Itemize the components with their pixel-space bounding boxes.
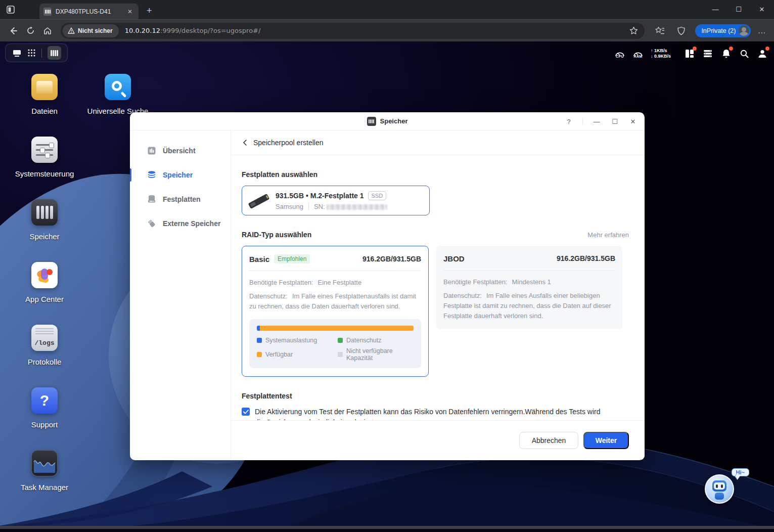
sidebar-item-label: Übersicht bbox=[163, 147, 196, 155]
desktop-icon-speicher[interactable]: Speicher bbox=[13, 199, 76, 241]
sidebar-item-festplatten[interactable]: Festplatten bbox=[130, 187, 231, 211]
tab-actions-icon[interactable] bbox=[6, 5, 15, 14]
widgets-notification-dot bbox=[693, 47, 697, 51]
desktop-icon-label: Task Manager bbox=[13, 483, 76, 492]
learn-more-link[interactable]: Mehr erfahren bbox=[587, 231, 629, 239]
assistant-widget[interactable]: Hi~ bbox=[705, 474, 735, 505]
favorite-star-icon[interactable] bbox=[626, 24, 641, 38]
site-security-chip[interactable]: Nicht sicher bbox=[63, 24, 119, 37]
overview-icon bbox=[147, 146, 156, 155]
new-tab-button[interactable]: + bbox=[147, 6, 152, 16]
capacity-bar-segment bbox=[260, 326, 414, 331]
cancel-button[interactable]: Abbrechen bbox=[519, 432, 578, 449]
toolbar-right: InPrivate (2) ... bbox=[653, 24, 768, 38]
tab-close-icon[interactable]: ✕ bbox=[125, 7, 134, 16]
dock-separator bbox=[41, 49, 42, 58]
active-indicator bbox=[130, 168, 131, 182]
home-icon[interactable] bbox=[40, 24, 55, 38]
support-icon: ? bbox=[31, 387, 58, 414]
desktop-icon-app-center[interactable]: App Center bbox=[13, 262, 76, 303]
raid-card-basic[interactable]: Basic Empfohlen 916.2GB/931.5GB Benötigt… bbox=[242, 246, 429, 377]
network-speed: ↑ 1KB/s ↓ 0.9KB/s bbox=[651, 48, 671, 59]
sidebar-item-externe-speicher[interactable]: Externe Speicher bbox=[130, 211, 231, 236]
desktop-icon-universelle-suche[interactable]: Universelle Suche bbox=[86, 74, 149, 115]
speicher-app-taskbar-icon[interactable] bbox=[48, 46, 61, 60]
raid-card-jbod[interactable]: JBOD 916.2GB/931.5GB Benötigte Festplatt… bbox=[436, 246, 622, 329]
search-icon[interactable] bbox=[739, 48, 750, 59]
dialog-controls-separator bbox=[582, 118, 583, 125]
capacity-legend-box: Systemauslastung Datenschutz Verfügbar N… bbox=[249, 319, 421, 368]
notifications-bell-icon[interactable] bbox=[720, 48, 732, 59]
reload-icon[interactable] bbox=[23, 24, 37, 38]
disk-title: 931.5GB • M.2-Festplatte 1 bbox=[276, 192, 364, 200]
files-icon bbox=[31, 74, 58, 100]
user-notification-dot bbox=[765, 47, 769, 51]
wizard-header: Speicherpool erstellen bbox=[231, 130, 645, 155]
raid-name: Basic bbox=[249, 255, 269, 263]
required-disks-row: Benötigte Festplatten:Eine Festplatte bbox=[249, 278, 421, 288]
browser-menu-icon[interactable]: ... bbox=[758, 26, 766, 35]
control-panel-icon bbox=[31, 137, 58, 163]
desktop-icon-task-manager[interactable]: Task Manager bbox=[13, 450, 76, 492]
next-button[interactable]: Weiter bbox=[583, 432, 629, 449]
assistant-robot-icon[interactable] bbox=[705, 474, 734, 504]
widgets-icon[interactable] bbox=[684, 48, 695, 59]
browser-close-button[interactable]: ✕ bbox=[755, 3, 769, 15]
inprivate-label: InPrivate (2) bbox=[701, 27, 736, 34]
desktop-icon-systemsteuerung[interactable]: Systemsteuerung bbox=[13, 137, 76, 178]
browser-tab[interactable]: DXP480TPLUS-D41 ✕ bbox=[39, 4, 139, 19]
app-center-icon bbox=[31, 262, 58, 288]
disk-info-separator bbox=[308, 203, 309, 209]
dialog-titlebar[interactable]: Speicher ? — ☐ ✕ bbox=[130, 112, 645, 130]
dialog-title: Speicher bbox=[380, 117, 408, 125]
raid-name: JBOD bbox=[443, 254, 465, 263]
browser-maximize-button[interactable]: ☐ bbox=[732, 3, 746, 15]
desktop-icon-label: Speicher bbox=[13, 232, 76, 241]
legend-item-verfuegbar: Verfügbar bbox=[257, 347, 338, 362]
desktop-icon-support[interactable]: ? Support bbox=[13, 387, 76, 429]
disk-sn-redacted bbox=[327, 204, 387, 210]
browser-window-controls: — ☐ ✕ bbox=[708, 3, 769, 15]
sidebar-item-label: Festplatten bbox=[163, 195, 201, 203]
user-account-icon[interactable] bbox=[757, 48, 768, 59]
tracking-shield-icon[interactable] bbox=[674, 24, 688, 38]
wizard-title: Speicherpool erstellen bbox=[253, 139, 324, 147]
back-chevron-icon[interactable] bbox=[242, 139, 249, 146]
app-grid-icon[interactable] bbox=[27, 49, 36, 57]
legend-item-nicht-verfuegbar: Nicht verfügbare Kapazität bbox=[338, 347, 414, 362]
show-desktop-icon[interactable] bbox=[12, 49, 22, 57]
desktop-icon-label: Dateien bbox=[13, 107, 76, 115]
sidebar-item-speicher[interactable]: Speicher bbox=[130, 163, 231, 187]
inprivate-badge[interactable]: InPrivate (2) bbox=[695, 24, 751, 37]
browser-tabstrip: DXP480TPLUS-D41 ✕ + — ☐ ✕ bbox=[0, 0, 774, 19]
desktop-icon-label: Support bbox=[13, 420, 76, 429]
desktop-icon-dateien[interactable]: Dateien bbox=[13, 74, 76, 115]
sidebar-item-uebersicht[interactable]: Übersicht bbox=[130, 139, 231, 163]
url-text: 10.0.20.12:9999/desktop/?os=ugospro#/ bbox=[125, 27, 627, 34]
disk-card[interactable]: 931.5GB • M.2-Festplatte 1 SSD Samsung S… bbox=[242, 186, 430, 215]
dialog-minimize-button[interactable]: — bbox=[592, 117, 601, 126]
dialog-close-button[interactable]: ✕ bbox=[628, 117, 638, 126]
sidebar-item-label: Externe Speicher bbox=[163, 219, 220, 228]
desktop-icon-protokolle[interactable]: /logs Protokolle bbox=[13, 325, 76, 366]
desktop-icon-label: Protokolle bbox=[13, 358, 76, 366]
dialog-content: Speicherpool erstellen Festplatten auswä… bbox=[231, 130, 645, 460]
disk-sn-label: SN: bbox=[314, 203, 325, 210]
screen: DXP480TPLUS-D41 ✕ + — ☐ ✕ Nicht sicher 1… bbox=[0, 0, 774, 532]
dialog-help-button[interactable]: ? bbox=[564, 117, 573, 126]
address-bar[interactable]: Nicht sicher 10.0.20.12:9999/desktop/?os… bbox=[61, 23, 645, 39]
dialog-footer: Abbrechen Weiter bbox=[231, 420, 645, 460]
recommended-badge: Empfohlen bbox=[274, 254, 310, 263]
profile-avatar bbox=[739, 25, 749, 36]
task-list-icon[interactable] bbox=[702, 48, 713, 59]
browser-minimize-button[interactable]: — bbox=[708, 3, 722, 15]
disk-test-checkbox[interactable] bbox=[242, 408, 250, 416]
notifications-dot bbox=[729, 47, 733, 51]
back-icon[interactable] bbox=[6, 24, 20, 38]
tab-title: DXP480TPLUS-D41 bbox=[56, 8, 121, 15]
dialog-maximize-button[interactable]: ☐ bbox=[610, 117, 619, 126]
dialog-app-icon bbox=[367, 117, 376, 126]
section-heading-disks: Festplatten auswählen bbox=[242, 170, 629, 179]
favorites-bar-icon[interactable] bbox=[653, 24, 667, 38]
logs-icon: /logs bbox=[31, 325, 58, 351]
